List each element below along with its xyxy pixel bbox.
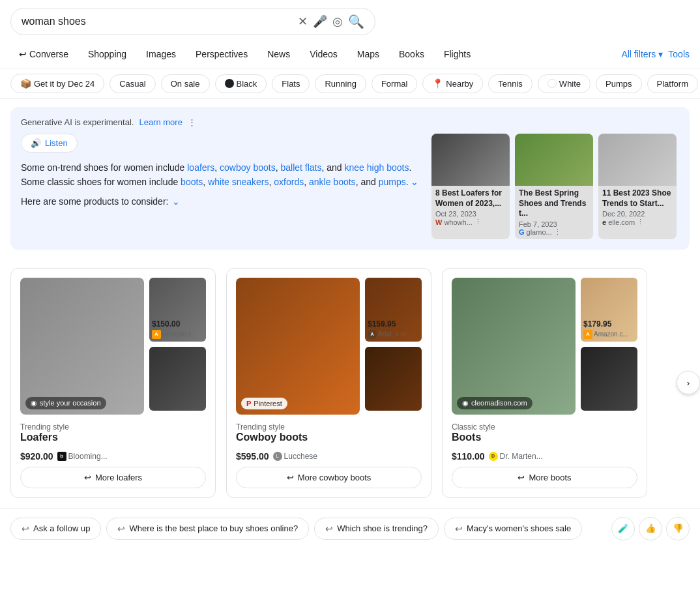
boots-sub1-price: $179.95	[583, 319, 628, 329]
chip-running[interactable]: Running	[315, 74, 366, 93]
chip-black[interactable]: Black	[215, 74, 267, 93]
thumbdown-button[interactable]: 👎	[666, 517, 690, 540]
more-cowboy-button[interactable]: ↩ More cowboy boots	[236, 467, 422, 488]
drm-icon: D	[489, 452, 498, 461]
overlay-icon-loafers: ◉	[31, 399, 37, 407]
trending-icon: ↩	[325, 523, 333, 534]
cowboy-sub1-store: A Ariat, + m...	[368, 330, 411, 339]
boots-store: D Dr. Marten...	[489, 452, 543, 461]
search-input[interactable]	[22, 16, 293, 27]
chip-formal[interactable]: Formal	[372, 74, 417, 93]
chip-nearby[interactable]: 📍 Nearby	[422, 74, 483, 93]
source-menu-icon-2[interactable]: ⋮	[554, 228, 561, 237]
boots-style-label: Classic style	[452, 422, 637, 432]
ankle-link[interactable]: ankle boots	[309, 177, 356, 187]
search-box[interactable]: ✕ 🎤 ◎ 🔍	[10, 8, 375, 35]
ballet-link[interactable]: ballet flats	[280, 162, 321, 173]
tab-converse[interactable]: ↩ Converse	[10, 43, 77, 65]
loafers-sub-image-1[interactable]: $150.00 A Amazon.c...	[149, 278, 206, 342]
listen-button[interactable]: 🔊 Listen	[21, 134, 78, 153]
pinterest-icon: P	[246, 400, 251, 407]
loafers-store: b Blooming...	[57, 452, 108, 461]
tab-flights[interactable]: Flights	[435, 43, 479, 65]
sneakers-link[interactable]: white sneakers	[208, 177, 269, 187]
suggestion-followup[interactable]: ↩ Ask a follow up	[10, 518, 101, 540]
listen-icon: 🔊	[31, 138, 41, 148]
chip-white[interactable]: White	[538, 74, 591, 93]
ai-image-card-3[interactable]: 11 Best 2023 Shoe Trends to Start... Dec…	[598, 134, 677, 239]
chip-tennis[interactable]: Tennis	[488, 74, 532, 93]
cowboy-sub-image-2[interactable]	[365, 347, 422, 411]
amazon2-icon: A	[583, 330, 592, 339]
loafers-link[interactable]: loafers	[187, 162, 214, 173]
chip-onsale[interactable]: On sale	[161, 74, 210, 93]
ai-learn-more-link[interactable]: Learn more	[139, 117, 182, 127]
cleo-overlay: ◉ cleomadison.com	[457, 397, 532, 409]
boots-sub-image-1[interactable]: $179.95 A Amazon.c...	[581, 278, 637, 342]
tab-videos[interactable]: Videos	[301, 43, 346, 65]
more-loafers-button[interactable]: ↩ More loafers	[20, 467, 206, 488]
white-dot-icon	[547, 79, 557, 88]
chip-flats[interactable]: Flats	[272, 74, 310, 93]
suggestions-bar: ↩ Ask a follow up ↩ Where is the best pl…	[0, 508, 700, 548]
tab-maps[interactable]: Maps	[349, 43, 388, 65]
source-menu-icon-3[interactable]: ⋮	[637, 218, 644, 226]
products-section: ◉ style your occasion $150.00 A Amazon.c…	[0, 257, 700, 508]
tab-books[interactable]: Books	[390, 43, 433, 65]
search-button[interactable]: 🔍	[348, 14, 364, 29]
source-menu-icon-1[interactable]: ⋮	[474, 218, 482, 226]
loafers-price: $920.00	[20, 451, 53, 462]
boots-main-image[interactable]: ◉ cleomadison.com	[452, 278, 576, 415]
filter-chips-row: 📦 Get it by Dec 24 Casual On sale Black …	[0, 68, 700, 99]
all-filters-button[interactable]: All filters ▾	[621, 49, 663, 59]
cowboy-name: Cowboy boots	[236, 432, 308, 443]
products-expand-icon[interactable]: ⌄	[172, 196, 180, 207]
tab-perspectives[interactable]: Perspectives	[187, 43, 256, 65]
ai-image-source-2: G glamo... ⋮	[519, 228, 589, 237]
suggestion-trending[interactable]: ↩ Which shoe is trending?	[314, 518, 439, 540]
cowboy-sub-image-1[interactable]: $159.95 A Ariat, + m...	[365, 278, 422, 342]
boots-sub-image-2[interactable]	[581, 347, 637, 411]
clear-button[interactable]: ✕	[298, 14, 308, 29]
loafers-style-label: Trending style	[20, 422, 206, 432]
boots-name: Boots	[452, 432, 481, 443]
cowboy-price: $595.00	[236, 451, 269, 462]
chip-pumps[interactable]: Pumps	[596, 74, 641, 93]
tab-shopping[interactable]: Shopping	[80, 43, 135, 65]
pumps-link[interactable]: pumps	[379, 177, 406, 187]
tab-news[interactable]: News	[259, 43, 299, 65]
ai-menu-icon[interactable]: ⋮	[188, 117, 196, 127]
mic-button[interactable]: 🎤	[313, 14, 327, 29]
more-boots-button[interactable]: ↩ More boots	[452, 467, 637, 488]
loafers-main-image[interactable]: ◉ style your occasion	[20, 278, 144, 415]
thumbup-button[interactable]: 👍	[639, 517, 662, 540]
cowboy-main-image[interactable]: P Pinterest	[236, 278, 360, 415]
tab-images[interactable]: Images	[138, 43, 184, 65]
pinterest-overlay: P Pinterest	[241, 398, 287, 409]
ai-images: 8 Best Loafers for Women of 2023,... Oct…	[431, 134, 679, 239]
lens-button[interactable]: ◎	[332, 14, 343, 29]
ai-image-source-3: e elle.com ⋮	[602, 218, 673, 226]
suggestion-macys[interactable]: ↩ Macy's women's shoes sale	[444, 518, 582, 540]
delivery-icon: 📦	[20, 78, 31, 89]
tools-button[interactable]: Tools	[668, 49, 690, 59]
loafers-sub-image-2[interactable]	[149, 347, 206, 411]
products-prompt: Here are some products to consider: ⌄	[21, 196, 421, 207]
chip-casual[interactable]: Casual	[109, 74, 155, 93]
chip-platform[interactable]: Platform	[647, 74, 698, 93]
macys-icon: ↩	[455, 523, 463, 534]
kneehigh-link[interactable]: knee high boots	[345, 162, 409, 173]
location-icon: 📍	[432, 78, 443, 89]
cowboy-link[interactable]: cowboy boots	[220, 162, 276, 173]
flask-button[interactable]: 🧪	[611, 517, 635, 540]
more-boots-icon: ↩	[518, 473, 525, 482]
ai-image-card-2[interactable]: The Best Spring Shoes and Trends t... Fe…	[515, 134, 593, 239]
suggestion-bestplace[interactable]: ↩ Where is the best place to buy shoes o…	[106, 518, 309, 540]
oxfords-link[interactable]: oxfords	[274, 177, 304, 187]
expand-icon[interactable]: ⌄	[411, 177, 418, 187]
products-next-button[interactable]: ›	[677, 371, 700, 394]
ai-image-card-1[interactable]: 8 Best Loafers for Women of 2023,... Oct…	[431, 134, 510, 239]
chip-delivery[interactable]: 📦 Get it by Dec 24	[10, 74, 104, 93]
boots-link[interactable]: boots	[181, 177, 203, 187]
cowboy-style-label: Trending style	[236, 422, 422, 432]
